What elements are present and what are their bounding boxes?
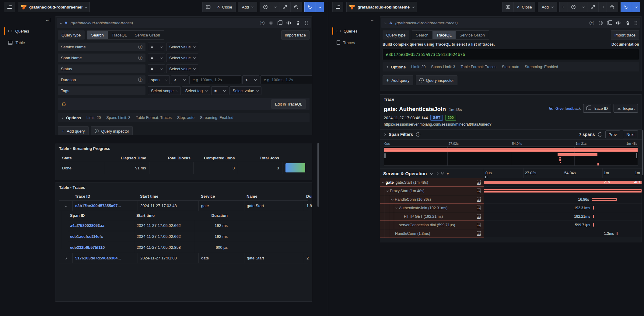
query-inspector-button[interactable]: iQuery inspector: [416, 75, 458, 85]
import-trace-button[interactable]: Import trace: [281, 30, 310, 40]
mega-menu-button[interactable]: [332, 2, 343, 12]
collapse-row-icon[interactable]: [65, 204, 67, 207]
add-button[interactable]: Add: [238, 2, 257, 12]
sidebar-item-queries[interactable]: Queries: [332, 26, 377, 36]
value-select[interactable]: Select value: [166, 54, 198, 62]
logs-icon[interactable]: LOG: [477, 214, 481, 219]
drag-handle-icon[interactable]: [305, 21, 308, 25]
col-header-name[interactable]: Name: [244, 194, 304, 199]
import-trace-button[interactable]: Import trace: [611, 30, 639, 40]
operator-select[interactable]: =: [148, 54, 165, 62]
query-row-header[interactable]: A (grafanacloud-robinbraemer-traces) ?: [381, 18, 640, 28]
logs-icon[interactable]: LOG: [477, 223, 481, 227]
span-filters-bar[interactable]: Span Filters i 7 spans i Prev Next: [380, 129, 642, 140]
collapse-all-icon[interactable]: [441, 172, 443, 174]
time-picker-dropdown[interactable]: [271, 2, 279, 12]
copy-link-button[interactable]: [587, 2, 598, 12]
span-row[interactable]: HandleConn (1.3ms) LOG 1.3ms: [380, 229, 642, 238]
minimap-canvas[interactable]: [384, 146, 638, 166]
value-select[interactable]: Select value: [166, 64, 198, 73]
logs-icon[interactable]: LOG: [477, 206, 481, 210]
value-select[interactable]: Select value: [166, 43, 198, 51]
trace-minimap[interactable]: 0μs 27.02s 54.04s 1m 21s 1m 48s: [384, 141, 638, 166]
col-header-elapsed[interactable]: Elapsed Time: [105, 156, 149, 160]
collapse-query-icon[interactable]: [59, 22, 62, 24]
span-id-link[interactable]: ede332b6b575f110: [70, 245, 105, 250]
tag-select[interactable]: Select tag: [182, 86, 210, 95]
logs-icon[interactable]: LOG: [477, 189, 481, 193]
max-duration-input[interactable]: [261, 75, 312, 84]
export-button[interactable]: Export: [614, 104, 638, 113]
datasource-picker[interactable]: grafanacloud-robinbraemer: [346, 2, 417, 12]
span-bar[interactable]: [484, 189, 642, 193]
zoom-out-button[interactable]: [290, 2, 302, 12]
record-icon[interactable]: [269, 21, 273, 25]
tab-traceql[interactable]: TraceQL: [432, 31, 456, 39]
scrollbar-thumb[interactable]: [317, 143, 319, 207]
query-options-row[interactable]: Options Limit: 20 Spans Limit: 3 Table F…: [58, 113, 310, 122]
span-row[interactable]: gate gate.Start (1m 48s) LOG 21s 48s: [380, 178, 642, 187]
expand-row-icon[interactable]: [65, 257, 67, 259]
tab-traceql[interactable]: TraceQL: [108, 31, 131, 39]
scope-select[interactable]: Select scope: [148, 86, 181, 95]
col-header-service[interactable]: Service: [198, 194, 244, 199]
help-icon[interactable]: ?: [260, 21, 264, 25]
documentation-link[interactable]: Documentation: [611, 42, 639, 47]
copy-link-button[interactable]: [279, 2, 290, 12]
info-icon[interactable]: i: [598, 132, 602, 137]
tab-service-graph[interactable]: Service Graph: [131, 31, 164, 39]
logs-icon[interactable]: LOG: [477, 180, 481, 185]
collapse-sidebar-button[interactable]: ←: [370, 17, 375, 22]
collapse-span-icon[interactable]: [382, 181, 384, 183]
col-header-span-id[interactable]: Span ID: [68, 213, 134, 218]
tab-search[interactable]: Search: [87, 31, 108, 39]
help-icon[interactable]: ?: [590, 21, 594, 25]
span-row[interactable]: HandleConn (16.86s) LOG 16.86s: [380, 195, 642, 204]
split-view-button[interactable]: [502, 2, 513, 12]
col-header-state[interactable]: State: [59, 156, 105, 160]
span-bar[interactable]: [484, 181, 642, 184]
logs-icon[interactable]: LOG: [477, 231, 481, 236]
hide-query-icon[interactable]: [616, 20, 621, 26]
collapse-sidebar-button[interactable]: ←: [45, 17, 51, 22]
sidebar-item-queries[interactable]: Queries: [4, 26, 53, 36]
span-row[interactable]: serverConnection.dial (599.71µs) LOG 599…: [380, 221, 642, 229]
span-row[interactable]: AuthenticateJoin (192.31ms) LOG 192.31ms: [380, 204, 642, 212]
query-options-row[interactable]: Options Limit: 20 Spans Limit: 3 Table F…: [383, 62, 639, 71]
span-row[interactable]: Proxy.Start (1m 48s) LOG: [380, 187, 642, 195]
minimap-left-handle[interactable]: [384, 153, 386, 158]
logs-icon[interactable]: LOG: [477, 197, 481, 202]
span-bar[interactable]: [592, 198, 616, 201]
split-view-button[interactable]: [203, 2, 214, 12]
query-inspector-button[interactable]: iQuery inspector: [91, 126, 133, 135]
datasource-picker[interactable]: grafanacloud-robinbraemer: [18, 2, 90, 12]
span-bar[interactable]: [593, 206, 594, 210]
info-icon[interactable]: i: [138, 56, 142, 60]
span-bar[interactable]: [593, 223, 594, 227]
sidebar-item-traces[interactable]: Traces: [332, 38, 377, 47]
collapse-span-icon[interactable]: [391, 198, 393, 200]
gt-operator-select[interactable]: >: [171, 75, 188, 84]
col-header-start-time[interactable]: Start time: [134, 213, 195, 218]
value-select[interactable]: Select value: [229, 86, 261, 95]
give-feedback-link[interactable]: Give feedback: [549, 106, 581, 111]
edit-in-traceql-button[interactable]: Edit in TraceQL: [271, 99, 306, 109]
duplicate-query-icon[interactable]: [607, 21, 610, 25]
add-query-button[interactable]: +Add query: [383, 75, 413, 85]
drag-handle-icon[interactable]: [635, 21, 637, 25]
span-id-link[interactable]: ecb1aecfcd2f4efc: [70, 234, 103, 239]
operator-select[interactable]: =: [211, 86, 228, 95]
operator-select[interactable]: =: [148, 64, 165, 73]
zoom-out-button[interactable]: [607, 2, 618, 12]
time-forward-button[interactable]: [598, 2, 607, 12]
info-icon[interactable]: i: [138, 45, 142, 49]
scrollbar-thumb[interactable]: [642, 130, 643, 175]
span-row[interactable]: HTTP GET (192.21ms) LOG 192.21ms: [380, 212, 642, 221]
collapse-one-icon[interactable]: [430, 172, 433, 175]
prev-span-button[interactable]: Prev: [605, 130, 620, 138]
col-header-completed[interactable]: Completed Jobs: [194, 156, 238, 160]
expand-one-icon[interactable]: [436, 172, 439, 175]
add-button[interactable]: Add: [538, 2, 557, 12]
info-icon[interactable]: i: [416, 132, 420, 137]
operator-select[interactable]: =: [148, 43, 165, 51]
